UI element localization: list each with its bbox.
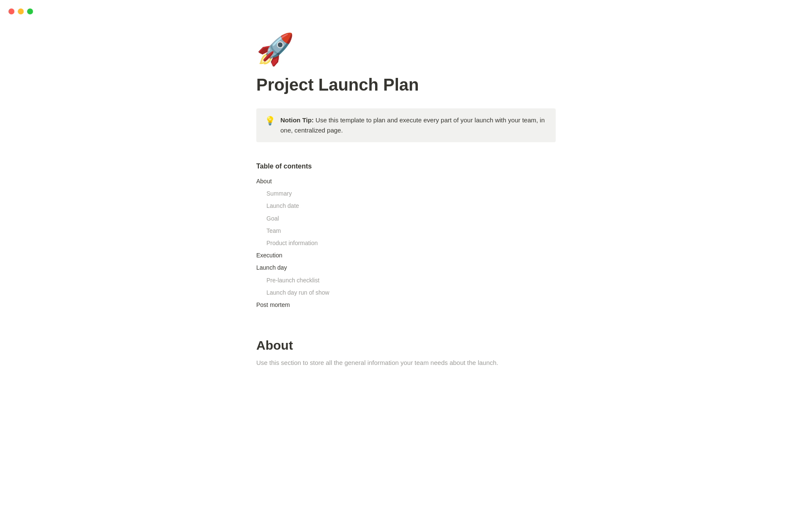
page-title: Project Launch Plan [256, 75, 556, 95]
toc-list: About Summary Launch date Goal Team Prod… [256, 175, 556, 311]
notion-tip-body: Use this template to plan and execute ev… [280, 116, 545, 134]
toc-link-about[interactable]: About [256, 178, 272, 185]
toc-link-launch-date[interactable]: Launch date [266, 202, 299, 209]
toc-link-launch-day[interactable]: Launch day [256, 264, 287, 271]
toc-link-product-information[interactable]: Product information [266, 240, 318, 246]
toc-item-team[interactable]: Team [256, 225, 556, 237]
toc-item-product-information[interactable]: Product information [256, 237, 556, 249]
notion-tip-callout: 💡 Notion Tip: Use this template to plan … [256, 108, 556, 142]
notion-tip-label: Notion Tip: [280, 116, 314, 124]
traffic-light-green[interactable] [27, 8, 33, 14]
about-subtitle: Use this section to store all the genera… [256, 358, 556, 368]
toc-link-pre-launch-checklist[interactable]: Pre-launch checklist [266, 277, 319, 284]
lightbulb-icon: 💡 [265, 116, 275, 126]
toc-link-team[interactable]: Team [266, 227, 281, 234]
toc-item-execution[interactable]: Execution [256, 249, 556, 262]
toc-item-about[interactable]: About [256, 175, 556, 188]
page-icon: 🚀 [256, 34, 556, 64]
traffic-light-red[interactable] [8, 8, 14, 14]
about-section: About Use this section to store all the … [256, 338, 556, 368]
toc-heading: Table of contents [256, 163, 556, 170]
toc-item-summary[interactable]: Summary [256, 188, 556, 200]
about-heading: About [256, 338, 556, 353]
toc-link-summary[interactable]: Summary [266, 190, 292, 197]
notion-tip-text: Notion Tip: Use this template to plan an… [280, 115, 547, 135]
traffic-light-yellow[interactable] [18, 8, 24, 14]
toc-item-pre-launch-checklist[interactable]: Pre-launch checklist [256, 274, 556, 287]
toc-link-execution[interactable]: Execution [256, 252, 282, 259]
toc-link-post-mortem[interactable]: Post mortem [256, 301, 290, 308]
traffic-lights [8, 8, 33, 14]
toc-item-goal[interactable]: Goal [256, 213, 556, 225]
toc-link-launch-day-run-of-show[interactable]: Launch day run of show [266, 289, 329, 296]
toc-item-launch-day[interactable]: Launch day [256, 262, 556, 274]
toc-item-post-mortem[interactable]: Post mortem [256, 299, 556, 311]
toc-item-launch-day-run-of-show[interactable]: Launch day run of show [256, 287, 556, 299]
main-content: 🚀 Project Launch Plan 💡 Notion Tip: Use … [216, 0, 596, 419]
toc-item-launch-date[interactable]: Launch date [256, 200, 556, 212]
table-of-contents: Table of contents About Summary Launch d… [256, 163, 556, 311]
toc-link-goal[interactable]: Goal [266, 215, 279, 222]
